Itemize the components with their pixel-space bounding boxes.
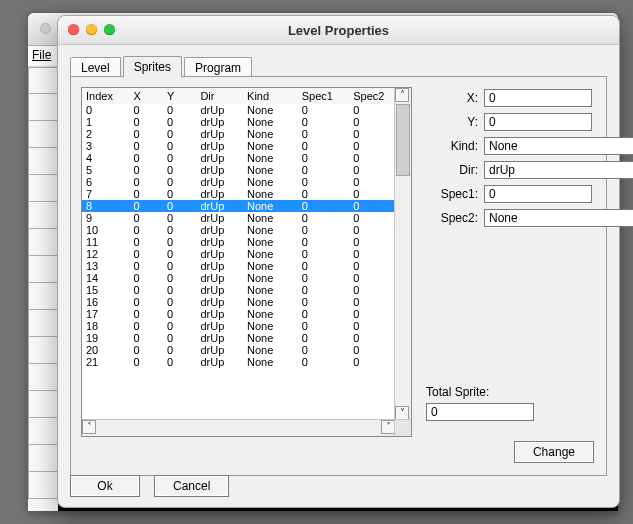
- table-row[interactable]: 400drUpNone00: [82, 152, 395, 164]
- table-row[interactable]: 1900drUpNone00: [82, 332, 395, 344]
- label-y: Y:: [426, 115, 478, 129]
- minimize-icon[interactable]: [86, 24, 97, 35]
- table-row[interactable]: 800drUpNone00: [82, 200, 395, 212]
- table-row[interactable]: 200drUpNone00: [82, 128, 395, 140]
- close-icon[interactable]: [68, 24, 79, 35]
- table-row[interactable]: 1500drUpNone00: [82, 284, 395, 296]
- table-row[interactable]: 700drUpNone00: [82, 188, 395, 200]
- close-icon[interactable]: [40, 23, 51, 34]
- cell-kind: None: [243, 332, 298, 344]
- col-kind[interactable]: Kind: [243, 88, 298, 104]
- col-index[interactable]: Index: [82, 88, 129, 104]
- cell-index: 8: [82, 200, 129, 212]
- table-row[interactable]: 1800drUpNone00: [82, 320, 395, 332]
- cell-index: 13: [82, 260, 129, 272]
- tab-level[interactable]: Level: [70, 57, 121, 78]
- table-row[interactable]: 1100drUpNone00: [82, 236, 395, 248]
- cell-dir: drUp: [196, 332, 243, 344]
- cell-s2: 0: [349, 320, 395, 332]
- spec2-value[interactable]: [484, 209, 633, 227]
- cell-dir: drUp: [196, 308, 243, 320]
- table-row[interactable]: 500drUpNone00: [82, 164, 395, 176]
- cell-index: 11: [82, 236, 129, 248]
- cell-kind: None: [243, 308, 298, 320]
- col-dir[interactable]: Dir: [196, 88, 243, 104]
- cell-y: 0: [163, 272, 196, 284]
- spec2-select[interactable]: ▼: [484, 209, 592, 227]
- sprite-form: X: Y: Kind: ▼ Dir:: [426, 89, 594, 233]
- scroll-up-icon[interactable]: ˄: [395, 88, 409, 102]
- cell-s1: 0: [298, 152, 350, 164]
- table-row[interactable]: 1700drUpNone00: [82, 308, 395, 320]
- hscrollbar[interactable]: ˂ ˃: [82, 419, 395, 436]
- table-row[interactable]: 2000drUpNone00: [82, 344, 395, 356]
- table-row[interactable]: 1300drUpNone00: [82, 260, 395, 272]
- x-field[interactable]: [484, 89, 592, 107]
- cell-x: 0: [129, 128, 162, 140]
- vscrollbar[interactable]: ˄ ˅: [394, 88, 411, 420]
- cell-y: 0: [163, 152, 196, 164]
- cell-y: 0: [163, 260, 196, 272]
- cell-x: 0: [129, 296, 162, 308]
- cell-s2: 0: [349, 176, 395, 188]
- cell-index: 16: [82, 296, 129, 308]
- y-field[interactable]: [484, 113, 592, 131]
- cell-s2: 0: [349, 332, 395, 344]
- kind-value[interactable]: [484, 137, 633, 155]
- cell-dir: drUp: [196, 320, 243, 332]
- scroll-left-icon[interactable]: ˂: [82, 420, 96, 434]
- table-row[interactable]: 1200drUpNone00: [82, 248, 395, 260]
- cell-dir: drUp: [196, 200, 243, 212]
- table-row[interactable]: 1600drUpNone00: [82, 296, 395, 308]
- table-row[interactable]: 300drUpNone00: [82, 140, 395, 152]
- cell-s1: 0: [298, 104, 350, 116]
- total-sprite-group: Total Sprite:: [426, 385, 534, 421]
- cell-kind: None: [243, 188, 298, 200]
- cell-x: 0: [129, 152, 162, 164]
- dir-value[interactable]: [484, 161, 633, 179]
- zoom-icon[interactable]: [104, 24, 115, 35]
- cell-dir: drUp: [196, 236, 243, 248]
- tab-sprites[interactable]: Sprites: [123, 56, 182, 78]
- dir-select[interactable]: ▼: [484, 161, 592, 179]
- cell-x: 0: [129, 284, 162, 296]
- tab-program[interactable]: Program: [184, 57, 252, 78]
- col-y[interactable]: Y: [163, 88, 196, 104]
- table-row[interactable]: 100drUpNone00: [82, 116, 395, 128]
- table-row[interactable]: 600drUpNone00: [82, 176, 395, 188]
- scroll-right-icon[interactable]: ˃: [381, 420, 395, 434]
- table-row[interactable]: 000drUpNone00: [82, 104, 395, 116]
- cell-y: 0: [163, 176, 196, 188]
- cell-index: 1: [82, 116, 129, 128]
- sprite-table[interactable]: Index X Y Dir Kind Spec1 Spec2 000drUpNo…: [81, 87, 412, 437]
- scroll-thumb[interactable]: [396, 104, 410, 176]
- col-spec1[interactable]: Spec1: [298, 88, 350, 104]
- cell-kind: None: [243, 164, 298, 176]
- scroll-down-icon[interactable]: ˅: [395, 406, 409, 420]
- menu-file[interactable]: File: [32, 48, 51, 62]
- kind-select[interactable]: ▼: [484, 137, 592, 155]
- cell-y: 0: [163, 320, 196, 332]
- cell-dir: drUp: [196, 344, 243, 356]
- cell-kind: None: [243, 212, 298, 224]
- cell-s1: 0: [298, 332, 350, 344]
- total-sprite-field[interactable]: [426, 403, 534, 421]
- col-spec2[interactable]: Spec2: [349, 88, 395, 104]
- ok-button[interactable]: Ok: [70, 475, 140, 497]
- label-total-sprite: Total Sprite:: [426, 385, 534, 399]
- cell-s1: 0: [298, 284, 350, 296]
- change-button[interactable]: Change: [514, 441, 594, 463]
- cell-y: 0: [163, 284, 196, 296]
- table-row[interactable]: 1000drUpNone00: [82, 224, 395, 236]
- cancel-button[interactable]: Cancel: [154, 475, 229, 497]
- spec1-field[interactable]: [484, 185, 592, 203]
- table-row[interactable]: 900drUpNone00: [82, 212, 395, 224]
- col-x[interactable]: X: [129, 88, 162, 104]
- table-row[interactable]: 2100drUpNone00: [82, 356, 395, 368]
- cell-s2: 0: [349, 272, 395, 284]
- table-row[interactable]: 1400drUpNone00: [82, 272, 395, 284]
- cell-y: 0: [163, 200, 196, 212]
- cell-s1: 0: [298, 212, 350, 224]
- cell-s2: 0: [349, 116, 395, 128]
- cell-dir: drUp: [196, 164, 243, 176]
